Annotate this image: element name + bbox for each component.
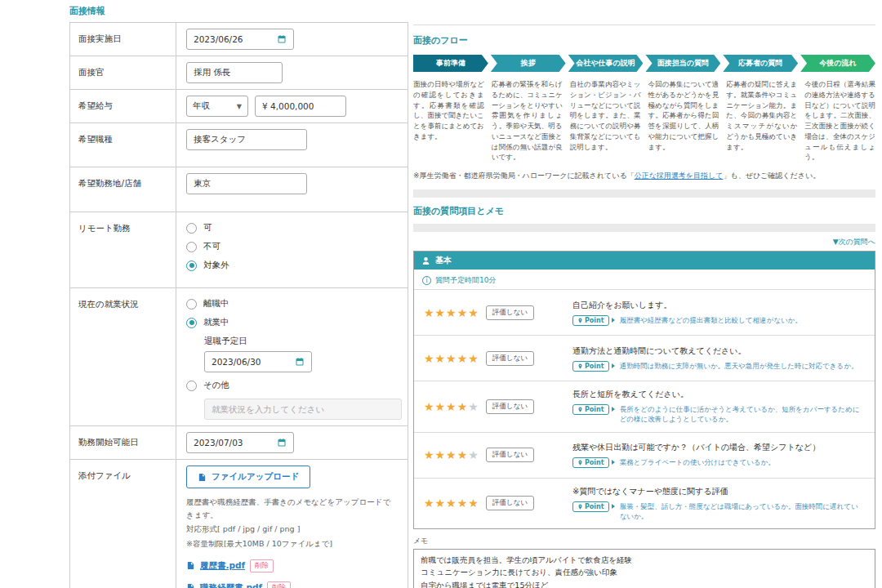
radio-label: 可 — [203, 222, 212, 234]
retire-date-input[interactable]: 2023/06/30 — [204, 351, 312, 372]
label-job-type: 希望職種 — [70, 123, 176, 167]
remote-option-ok[interactable]: 可 — [186, 222, 398, 234]
question-row: ★★★★★ 評価しない 残業や休日出勤は可能ですか？（バイトの場合、希望シフトな… — [414, 432, 875, 478]
point-text: 履歴書や経歴書などの提出書類と比較して相違がないか。 — [620, 315, 802, 325]
questions-section-title: 面接の質問項目とメモ — [413, 205, 875, 217]
label-salary: 希望給与 — [70, 90, 176, 122]
no-rating-button[interactable]: 評価しない — [486, 399, 534, 414]
question-text: 通勤方法と通勤時間について教えてください。 — [572, 345, 865, 357]
star-rating[interactable]: ★★★★★ — [424, 352, 479, 365]
next-question-link[interactable]: ▼次の質問へ — [413, 237, 875, 247]
file-upload-button[interactable]: ファイルアップロード — [186, 466, 310, 488]
location-input[interactable]: 東京 — [186, 173, 307, 194]
stars-empty[interactable]: ★ — [468, 400, 479, 413]
radio-icon-checked[interactable] — [186, 318, 197, 328]
pin-icon — [577, 363, 583, 370]
point-tag: Point — [572, 361, 609, 372]
question-text: ※質問ではなくマナーや態度に関する評価 — [572, 486, 865, 497]
radio-icon[interactable] — [186, 223, 197, 234]
planned-time-row: i 質問予定時間10分 — [414, 270, 875, 289]
calendar-icon[interactable] — [277, 438, 287, 448]
employment-option-other[interactable]: その他 — [186, 380, 402, 391]
interview-flow-panel: 面接のフロー 事前準備 挨拶 会社や仕事の説明 面接担当の質問 応募者の質問 今… — [413, 24, 875, 181]
memo-textarea[interactable]: 前職では販売員を担当。学生の頃アルバイトで飲食店を経験 コミュニケーション力に長… — [413, 549, 875, 588]
interview-form: 面接実施日 2023/06/26 面接官 採用 係長 希望給与 — [69, 22, 408, 588]
row-interviewer: 面接官 採用 係長 — [70, 56, 408, 90]
radio-icon[interactable] — [186, 242, 197, 252]
file-row: 履歴書.pdf 削除 — [186, 559, 398, 572]
job-type-input[interactable]: 接客スタッフ — [186, 129, 307, 150]
salary-amount-input[interactable]: ¥ 4,000,000 — [255, 96, 346, 117]
star-rating[interactable]: ★★★★★ — [424, 448, 479, 461]
document-icon — [186, 582, 195, 588]
chevron-down-icon: ▼ — [237, 103, 242, 110]
flow-desc-4: 今回の募集について適性があるかどうかを見極めながら質問をします。応募者から得た回… — [648, 79, 719, 163]
attachments-help-1: 履歴書や職務経歴書、手書きのメモなどをアップロードできます。 — [186, 496, 398, 521]
radio-icon[interactable] — [186, 299, 197, 310]
point-label: Point — [585, 363, 604, 370]
start-date-input[interactable]: 2023/07/03 — [186, 432, 294, 453]
calendar-icon[interactable] — [295, 357, 305, 367]
stars-empty[interactable]: ★ — [468, 448, 479, 461]
question-text: 長所と短所を教えてください。 — [572, 389, 865, 400]
flow-desc-5: 応募者の疑問に答えます。就業条件やコミュニケーション能力。また、今回の募集内容と… — [726, 79, 797, 163]
label-attachments: 添付ファイル — [70, 460, 176, 588]
point-text: 業務とプライベートの使い分けはできているか。 — [620, 457, 775, 467]
flow-step-3: 会社や仕事の説明 — [568, 55, 644, 72]
no-rating-button[interactable]: 評価しない — [486, 448, 534, 462]
person-icon — [421, 256, 430, 265]
delete-file-button[interactable]: 削除 — [267, 581, 291, 588]
arrow-right-icon — [612, 460, 615, 465]
retire-date-label: 退職予定日 — [204, 336, 402, 347]
no-rating-button[interactable]: 評価しない — [486, 351, 534, 366]
stars-filled[interactable]: ★★★★★ — [424, 306, 479, 319]
row-interview-date: 面接実施日 2023/06/26 — [70, 23, 408, 56]
star-rating[interactable]: ★★★★★ — [424, 497, 479, 510]
star-rating[interactable]: ★★★★★ — [424, 306, 479, 319]
fair-hiring-link[interactable]: 公正な採用選考を目指して — [635, 172, 724, 180]
delete-file-button[interactable]: 削除 — [250, 559, 274, 572]
stars-filled[interactable]: ★★★★★ — [424, 497, 479, 510]
no-rating-button[interactable]: 評価しない — [486, 305, 534, 320]
row-salary: 希望給与 年収 ▼ ¥ 4,000,000 — [70, 90, 408, 123]
salary-type-select[interactable]: 年収 ▼ — [186, 96, 248, 117]
remote-option-ng[interactable]: 不可 — [186, 241, 398, 252]
calendar-icon[interactable] — [277, 34, 287, 44]
employment-other-input[interactable] — [204, 399, 402, 420]
stars-filled[interactable]: ★★★★ — [424, 400, 468, 413]
flow-desc-3: 自社の事業内容やミッション・ビジョン・バリューなどについて説明をします。また、業… — [570, 79, 641, 163]
start-date-value: 2023/07/03 — [194, 438, 243, 448]
interview-guide-section: 面接のフロー 事前準備 挨拶 会社や仕事の説明 面接担当の質問 応募者の質問 今… — [413, 24, 875, 588]
interviewer-input[interactable]: 採用 係長 — [186, 62, 283, 83]
section-divider — [413, 189, 875, 198]
employment-option-employed[interactable]: 就業中 — [186, 317, 402, 328]
info-icon: i — [422, 276, 431, 285]
pin-icon — [577, 406, 583, 413]
radio-icon[interactable] — [186, 381, 197, 391]
star-rating[interactable]: ★★★★★ — [424, 400, 479, 413]
radio-label: 対象外 — [203, 260, 229, 271]
employment-option-unemployed[interactable]: 離職中 — [186, 298, 402, 310]
remote-option-na[interactable]: 対象外 — [186, 260, 398, 271]
stars-filled[interactable]: ★★★★★ — [424, 352, 479, 365]
point-tag: Point — [572, 315, 609, 326]
pin-icon — [577, 503, 583, 510]
file-link-career[interactable]: 職務経歴書.pdf — [200, 582, 262, 588]
attachments-help-3: ※容量制限[最大10MB / 10ファイルまで] — [186, 537, 398, 550]
question-row: ★★★★★ 評価しない 自己紹介をお願いします。 Point 履歴書や経歴書など… — [414, 289, 875, 335]
flow-desc-6: 今後の日程（選考結果の連絡方法や連絡する日など）について説明をします。二次面接、… — [804, 79, 875, 163]
no-rating-button[interactable]: 評価しない — [486, 496, 534, 510]
arrow-right-icon — [612, 363, 615, 368]
radio-icon-checked[interactable] — [186, 261, 197, 271]
stars-filled[interactable]: ★★★★ — [424, 448, 468, 461]
salary-type-value: 年収 — [193, 100, 210, 112]
interview-date-input[interactable]: 2023/06/26 — [186, 29, 294, 50]
question-text: 自己紹介をお願いします。 — [572, 300, 865, 311]
label-interview-date: 面接実施日 — [70, 23, 176, 56]
row-job-type: 希望職種 接客スタッフ — [70, 123, 408, 167]
point-label: Point — [585, 503, 604, 510]
section-divider — [413, 224, 875, 232]
file-link-resume[interactable]: 履歴書.pdf — [200, 560, 245, 572]
question-text: 残業や休日出勤は可能ですか？（バイトの場合、希望シフトなど） — [572, 442, 865, 453]
radio-label: その他 — [203, 380, 229, 391]
